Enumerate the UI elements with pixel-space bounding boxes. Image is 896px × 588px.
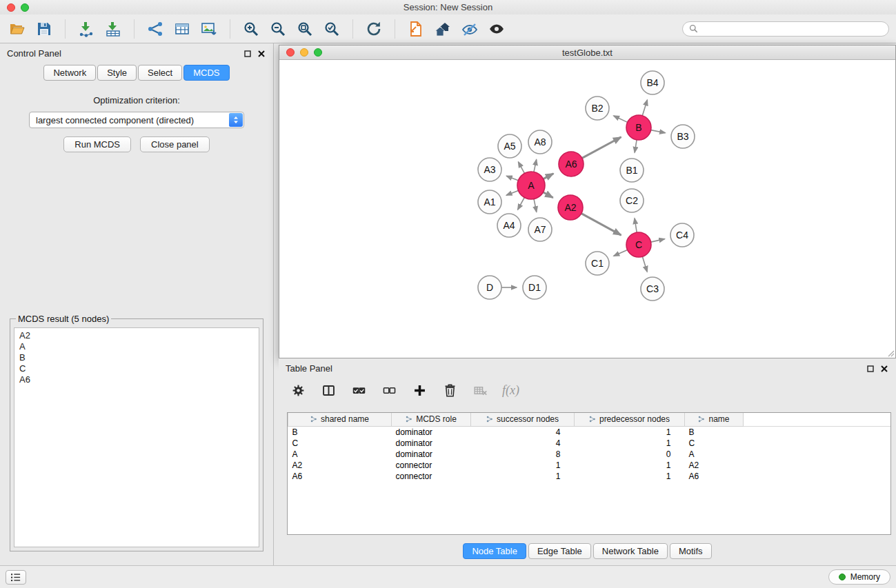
- table-settings-icon[interactable]: [290, 382, 306, 398]
- graph-node-A5[interactable]: A5: [498, 134, 521, 158]
- float-table-panel-icon[interactable]: [867, 365, 874, 372]
- tab-network-table[interactable]: Network Table: [593, 543, 668, 559]
- table-cell[interactable]: A2: [685, 460, 744, 471]
- graph-edge-C-C2[interactable]: [635, 219, 637, 233]
- column-header-shared-name[interactable]: shared name: [288, 413, 392, 426]
- mcds-result-item[interactable]: C: [19, 363, 254, 374]
- graph-edge-B-B1[interactable]: [635, 140, 637, 153]
- graph-edge-C-C4[interactable]: [651, 239, 665, 243]
- graph-edge-A-A5[interactable]: [518, 162, 524, 174]
- graph-node-A7[interactable]: A7: [528, 218, 552, 241]
- graph-node-A6[interactable]: A6: [559, 152, 584, 176]
- table-cell[interactable]: 1: [575, 460, 685, 471]
- table-cell[interactable]: A6: [288, 471, 392, 482]
- graph-node-D[interactable]: D: [478, 276, 501, 299]
- table-cell[interactable]: connector: [392, 471, 471, 482]
- graph-node-A4[interactable]: A4: [497, 214, 521, 237]
- tab-style[interactable]: Style: [97, 65, 137, 81]
- mcds-result-item[interactable]: B: [19, 352, 254, 363]
- import-network-icon[interactable]: [76, 19, 97, 39]
- column-header-name[interactable]: name: [685, 413, 744, 426]
- table-cell[interactable]: A6: [685, 471, 744, 482]
- table-row[interactable]: Bdominator41B: [288, 426, 891, 438]
- close-panel-icon[interactable]: [258, 50, 265, 57]
- graph-node-A8[interactable]: A8: [528, 130, 552, 154]
- graph-node-C[interactable]: C: [626, 232, 651, 257]
- graph-node-C4[interactable]: C4: [670, 223, 694, 247]
- network-canvas[interactable]: B4B2BB3A5A8A6A3B1AC2A1A2A4A7C4CC1DD1C3: [279, 61, 895, 358]
- float-panel-icon[interactable]: [244, 50, 251, 57]
- graph-node-C3[interactable]: C3: [641, 277, 664, 301]
- graph-node-D1[interactable]: D1: [523, 276, 546, 299]
- open-session-icon[interactable]: [7, 19, 28, 39]
- table-cell[interactable]: A: [685, 449, 744, 460]
- graph-edge-A-A7[interactable]: [534, 199, 537, 212]
- close-panel-button[interactable]: Close panel: [140, 136, 210, 152]
- table-cell[interactable]: C: [288, 438, 392, 449]
- table-row[interactable]: Adominator80A: [288, 449, 891, 460]
- search-field[interactable]: [682, 21, 889, 37]
- table-row[interactable]: Cdominator41C: [288, 438, 891, 449]
- table-cell[interactable]: 8: [471, 449, 575, 460]
- new-table-icon[interactable]: [172, 19, 192, 39]
- graph-node-A1[interactable]: A1: [478, 190, 501, 214]
- graph-edge-A-A2[interactable]: [543, 192, 552, 198]
- import-table-icon[interactable]: [103, 19, 123, 39]
- table-row[interactable]: A2connector11A2: [288, 460, 891, 471]
- column-header-MCDS-role[interactable]: MCDS role: [392, 413, 471, 426]
- graph-edge-C-C1[interactable]: [614, 250, 628, 256]
- tab-select[interactable]: Select: [138, 65, 182, 81]
- delete-row-icon[interactable]: [441, 382, 458, 398]
- search-input[interactable]: [702, 24, 882, 34]
- table-cell[interactable]: 1: [575, 438, 685, 449]
- graph-node-B2[interactable]: B2: [586, 97, 609, 120]
- resize-grip-icon[interactable]: [886, 349, 895, 357]
- table-cell[interactable]: dominator: [392, 438, 471, 449]
- run-mcds-button[interactable]: Run MCDS: [63, 136, 131, 152]
- unselect-all-icon[interactable]: [381, 382, 397, 398]
- table-cell[interactable]: C: [685, 438, 744, 449]
- column-header-predecessor-nodes[interactable]: predecessor nodes: [575, 413, 685, 426]
- graph-edge-A-A3[interactable]: [506, 176, 518, 180]
- graph-edge-B-B4[interactable]: [642, 100, 647, 116]
- table-cell[interactable]: 0: [575, 449, 685, 460]
- show-columns-icon[interactable]: [320, 382, 337, 398]
- graph-node-A2[interactable]: A2: [558, 195, 583, 220]
- graphics-details-icon[interactable]: [459, 19, 480, 39]
- close-table-panel-icon[interactable]: [881, 365, 888, 372]
- graph-edge-A-A8[interactable]: [534, 160, 537, 172]
- memory-button[interactable]: Memory: [828, 569, 890, 585]
- annotation-icon[interactable]: [406, 19, 426, 39]
- tab-mcds[interactable]: MCDS: [183, 65, 229, 81]
- table-cell[interactable]: A: [288, 449, 392, 460]
- function-builder-icon[interactable]: f(x): [502, 383, 519, 398]
- column-header-successor-nodes[interactable]: successor nodes: [471, 413, 575, 426]
- table-row[interactable]: A6connector11A6: [288, 471, 891, 482]
- table-cell[interactable]: connector: [392, 460, 471, 471]
- tab-motifs[interactable]: Motifs: [670, 543, 712, 559]
- export-image-icon[interactable]: [199, 19, 219, 39]
- tab-node-table[interactable]: Node Table: [463, 543, 526, 559]
- graph-node-A[interactable]: A: [517, 172, 545, 199]
- graph-node-C2[interactable]: C2: [620, 189, 644, 212]
- graph-edge-A-A4[interactable]: [518, 198, 525, 210]
- table-cell[interactable]: 4: [471, 438, 575, 449]
- table-cell[interactable]: B: [685, 426, 744, 438]
- show-all-views-icon[interactable]: [432, 19, 453, 39]
- graph-edge-A2-C[interactable]: [581, 214, 621, 236]
- zoom-fit-icon[interactable]: [295, 19, 315, 39]
- new-network-icon[interactable]: [145, 19, 166, 39]
- mcds-result-item[interactable]: A6: [19, 374, 254, 385]
- table-cell[interactable]: 1: [471, 471, 575, 482]
- mcds-result-item[interactable]: A: [19, 341, 254, 352]
- tab-network[interactable]: Network: [43, 65, 96, 81]
- graph-node-B1[interactable]: B1: [620, 159, 644, 182]
- table-cell[interactable]: dominator: [392, 426, 471, 438]
- graph-node-B4[interactable]: B4: [641, 71, 664, 94]
- graph-edge-B-B2[interactable]: [614, 116, 628, 122]
- zoom-out-icon[interactable]: [268, 19, 288, 39]
- graph-edge-A-A1[interactable]: [506, 190, 518, 195]
- zoom-in-icon[interactable]: [241, 19, 261, 39]
- graph-edge-C-C3[interactable]: [642, 256, 647, 272]
- table-cell[interactable]: 1: [575, 471, 685, 482]
